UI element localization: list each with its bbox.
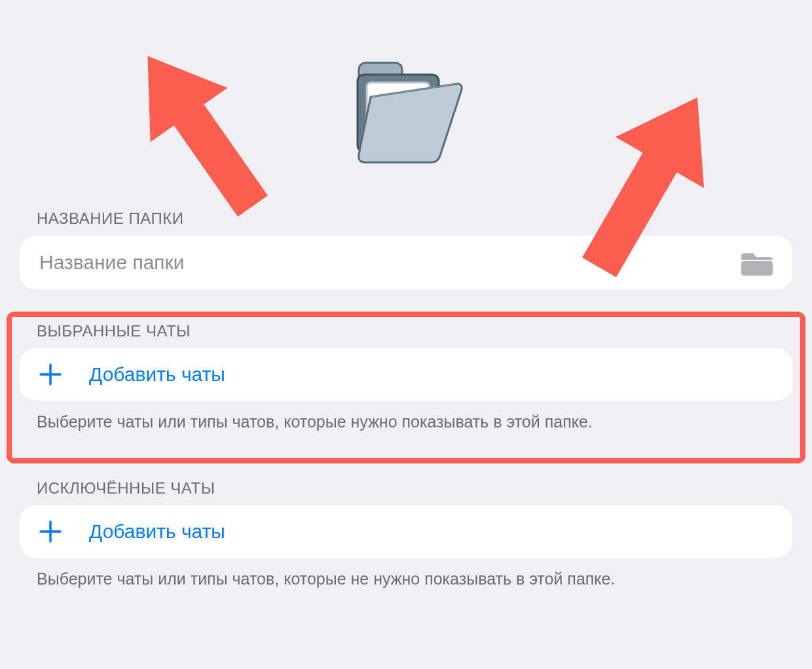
included-chats-section: ВЫБРАННЫЕ ЧАТЫ Добавить чаты Выберите ча… xyxy=(20,322,792,433)
folder-name-section: НАЗВАНИЕ ПАПКИ xyxy=(20,209,792,289)
svg-rect-7 xyxy=(166,94,268,217)
svg-rect-2 xyxy=(741,261,773,276)
plus-icon xyxy=(39,520,62,543)
excluded-chats-header: ИСКЛЮЧЁННЫЕ ЧАТЫ xyxy=(20,479,792,505)
svg-marker-10 xyxy=(616,72,742,188)
add-included-chats-row[interactable]: Добавить чаты xyxy=(20,348,792,401)
plus-icon xyxy=(39,363,62,386)
included-chats-header: ВЫБРАННЫЕ ЧАТЫ xyxy=(20,322,792,348)
svg-marker-8 xyxy=(121,29,228,142)
open-folder-icon xyxy=(347,58,465,172)
excluded-chats-footer: Выберите чаты или типы чатов, которые не… xyxy=(20,558,792,590)
folder-name-header: НАЗВАНИЕ ПАПКИ xyxy=(20,209,792,236)
excluded-chats-section: ИСКЛЮЧЁННЫЕ ЧАТЫ Добавить чаты Выберите … xyxy=(20,479,792,590)
folder-icon[interactable] xyxy=(741,249,773,276)
arrow-icon xyxy=(121,27,272,224)
folder-name-input[interactable] xyxy=(39,251,741,274)
add-excluded-chats-label: Добавить чаты xyxy=(89,520,225,543)
add-excluded-chats-row[interactable]: Добавить чаты xyxy=(20,505,792,558)
add-excluded-chats-button[interactable]: Добавить чаты xyxy=(39,520,773,543)
add-included-chats-button[interactable]: Добавить чаты xyxy=(39,363,773,386)
folder-name-card xyxy=(20,236,792,289)
included-chats-footer: Выберите чаты или типы чатов, которые ну… xyxy=(20,401,792,433)
add-included-chats-label: Добавить чаты xyxy=(89,363,225,386)
